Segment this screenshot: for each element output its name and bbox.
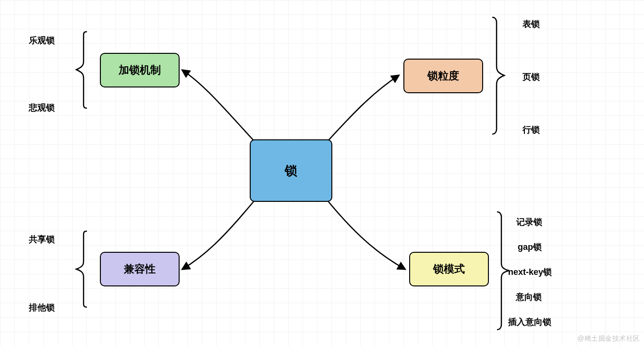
watermark: @稀土掘金技术社区 (577, 334, 640, 343)
branch-label: 锁模式 (433, 262, 465, 276)
leaf-pessimistic-lock: 悲观锁 (29, 102, 55, 113)
leaf-next-key-lock: next-key锁 (508, 266, 552, 278)
leaf-exclusive-lock: 排他锁 (29, 302, 55, 313)
leaf-insert-intent-lock: 插入意向锁 (508, 316, 551, 328)
leaf-gap-lock: gap锁 (518, 241, 542, 253)
leaf-record-lock: 记录锁 (516, 216, 542, 228)
branch-compatibility: 兼容性 (100, 252, 180, 286)
branch-lock-mode: 锁模式 (409, 252, 489, 286)
leaf-table-lock: 表锁 (522, 18, 540, 30)
center-node-lock: 锁 (250, 139, 332, 202)
branch-label: 锁粒度 (427, 69, 459, 83)
leaf-page-lock: 页锁 (522, 71, 540, 83)
branch-label: 兼容性 (124, 262, 156, 276)
branch-lock-granularity: 锁粒度 (403, 59, 483, 93)
leaf-optimistic-lock: 乐观锁 (29, 35, 55, 46)
leaf-intention-lock: 意向锁 (516, 291, 542, 303)
center-label: 锁 (285, 162, 297, 179)
leaf-shared-lock: 共享锁 (29, 234, 55, 245)
leaf-row-lock: 行锁 (522, 124, 540, 136)
branch-lock-mechanism: 加锁机制 (100, 53, 180, 87)
branch-label: 加锁机制 (119, 63, 161, 77)
